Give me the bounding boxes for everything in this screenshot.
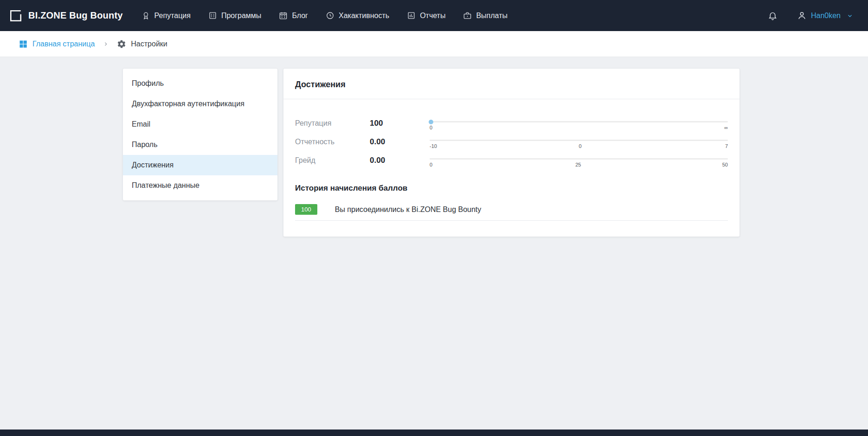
- breadcrumb-current-label: Настройки: [131, 40, 167, 48]
- metric-label: Грейд: [295, 156, 370, 165]
- sidebar-item-profile[interactable]: Профиль: [123, 73, 277, 94]
- chevron-down-icon: [847, 13, 853, 19]
- nav-label: Блог: [292, 12, 308, 20]
- nav-label: Выплаты: [476, 12, 508, 20]
- main-nav: Репутация Программы Блог Хакактивность О…: [141, 11, 508, 20]
- notifications-bell-icon[interactable]: [768, 11, 778, 20]
- scale-max: ∞: [723, 125, 728, 130]
- nav-label: Хакактивность: [339, 12, 389, 20]
- nav-item-reputation[interactable]: Репутация: [141, 11, 191, 20]
- hacktivity-icon: [326, 11, 334, 20]
- metric-row-reputation: Репутация 100 0 ∞: [295, 114, 728, 133]
- metric-label: Репутация: [295, 119, 370, 128]
- grade-slider: 0 25 50: [430, 154, 728, 167]
- metrics-block: Репутация 100 0 ∞ Отчетность 0.00: [283, 99, 739, 170]
- history-entry: 100 Вы присоединились к Bi.ZONE Bug Boun…: [295, 204, 728, 221]
- breadcrumb: Главная страница Настройки: [0, 31, 868, 57]
- nav-label: Отчеты: [420, 12, 445, 20]
- user-avatar-icon: [797, 11, 807, 20]
- nav-item-hacktivity[interactable]: Хакактивность: [326, 11, 389, 20]
- achievements-card: Достижения Репутация 100 0 ∞ Отчетн: [283, 69, 739, 237]
- points-badge: 100: [295, 204, 317, 215]
- nav-item-payouts[interactable]: Выплаты: [463, 11, 508, 20]
- scale-max: 7: [723, 143, 728, 149]
- metric-value: 0.00: [370, 137, 430, 147]
- scale-min: -10: [430, 143, 437, 149]
- slider-track: [430, 121, 728, 122]
- metric-row-grade: Грейд 0.00 0 25 50: [295, 151, 728, 170]
- scale-mid: 0: [578, 143, 582, 149]
- history-entry-text: Вы присоединились к Bi.ZONE Bug Bounty: [335, 205, 482, 214]
- nav-item-blog[interactable]: Блог: [279, 11, 308, 20]
- slider-track: [430, 158, 728, 160]
- main-content: Профиль Двухфакторная аутентификация Ema…: [0, 57, 868, 237]
- reporting-slider: -10 0 7: [430, 135, 728, 149]
- slider-scale: -10 0 7: [430, 143, 728, 149]
- programs-icon: [208, 11, 217, 20]
- metric-value: 0.00: [370, 156, 430, 165]
- history-title: История начисления баллов: [283, 170, 739, 193]
- scale-min: 0: [430, 125, 434, 130]
- reports-icon: [407, 11, 416, 20]
- bizone-logo-icon: [9, 9, 23, 23]
- brand-title: BI.ZONE Bug Bounty: [28, 10, 123, 21]
- nav-item-programs[interactable]: Программы: [208, 11, 261, 20]
- card-title: Достижения: [283, 69, 739, 99]
- metric-label: Отчетность: [295, 138, 370, 146]
- slider-scale: 0 ∞: [430, 125, 728, 130]
- sidebar-item-password[interactable]: Пароль: [123, 135, 277, 155]
- navbar-right: Han0ken: [768, 11, 853, 20]
- breadcrumb-home-label: Главная страница: [32, 40, 95, 48]
- history-list: 100 Вы присоединились к Bi.ZONE Bug Boun…: [283, 193, 739, 221]
- scale-mid: 25: [575, 162, 581, 167]
- username: Han0ken: [811, 12, 841, 20]
- nav-label: Программы: [221, 12, 261, 20]
- nav-item-reports[interactable]: Отчеты: [407, 11, 445, 20]
- nav-label: Репутация: [154, 12, 191, 20]
- top-navbar: BI.ZONE Bug Bounty Репутация Программы Б…: [0, 0, 868, 31]
- reputation-slider: 0 ∞: [430, 116, 728, 130]
- gear-icon: [117, 39, 126, 49]
- footer-strip: [0, 430, 868, 436]
- reputation-icon: [141, 11, 150, 20]
- scale-min: 0: [430, 162, 434, 167]
- metric-row-reporting: Отчетность 0.00 -10 0 7: [295, 133, 728, 151]
- metric-value: 100: [370, 119, 430, 128]
- breadcrumb-home-link[interactable]: Главная страница: [19, 39, 95, 49]
- settings-sidebar: Профиль Двухфакторная аутентификация Ema…: [123, 69, 277, 200]
- breadcrumb-current: Настройки: [117, 39, 167, 49]
- brand-logo[interactable]: BI.ZONE Bug Bounty: [9, 9, 123, 23]
- sidebar-item-email[interactable]: Email: [123, 114, 277, 135]
- sidebar-item-2fa[interactable]: Двухфакторная аутентификация: [123, 94, 277, 114]
- sidebar-item-achievements[interactable]: Достижения: [123, 155, 277, 175]
- slider-scale: 0 25 50: [430, 162, 728, 167]
- home-grid-icon: [19, 39, 28, 49]
- user-menu[interactable]: Han0ken: [797, 11, 853, 20]
- slider-track: [430, 140, 728, 141]
- sidebar-item-payment-data[interactable]: Платежные данные: [123, 175, 277, 196]
- blog-icon: [279, 11, 288, 20]
- scale-max: 50: [722, 162, 728, 167]
- chevron-right-icon: [103, 41, 109, 47]
- slider-handle: [429, 120, 433, 124]
- scale-mid: [577, 125, 581, 130]
- payouts-icon: [463, 11, 472, 20]
